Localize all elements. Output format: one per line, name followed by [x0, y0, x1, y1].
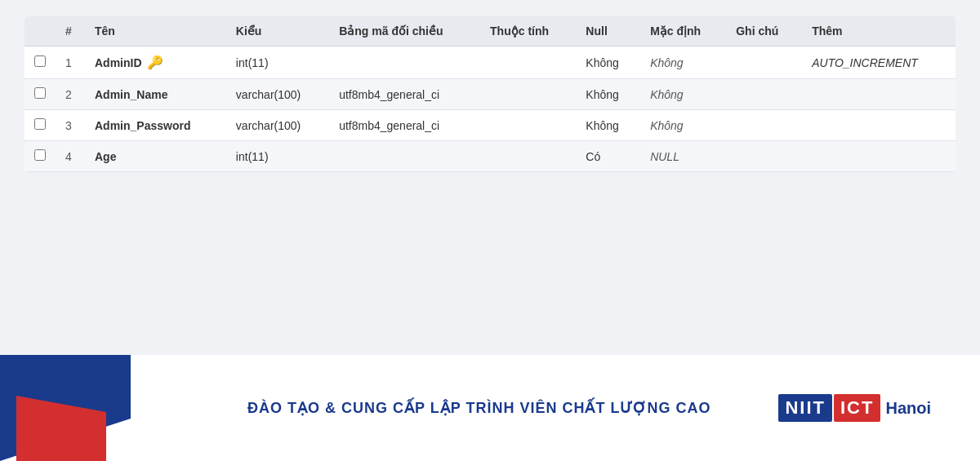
database-table: # Tên Kiểu Bảng mã đối chiều Thuộc tính … — [24, 16, 956, 172]
table-row: 4Ageint(11)CóNULL — [24, 141, 956, 172]
row-checkbox[interactable] — [34, 55, 46, 67]
logo-ict-text: ICT — [834, 394, 880, 422]
row-checkbox[interactable] — [34, 118, 46, 130]
row-ten: Admin_Password — [85, 110, 226, 141]
row-them — [802, 141, 956, 172]
row-ten: AdminID🔑 — [85, 47, 226, 79]
row-null: Có — [576, 141, 640, 172]
row-thuoc — [480, 79, 576, 110]
row-kieu: int(11) — [226, 47, 329, 79]
row-num: 1 — [56, 47, 85, 79]
row-them — [802, 110, 956, 141]
logo-niit-text: NIIT — [778, 394, 832, 422]
col-header-them: Thêm — [802, 16, 956, 47]
row-bang: utf8mb4_general_ci — [329, 79, 480, 110]
table-row: 2Admin_Namevarchar(100)utf8mb4_general_c… — [24, 79, 956, 110]
row-mac: Không — [640, 47, 726, 79]
table-wrapper: # Tên Kiểu Bảng mã đối chiều Thuộc tính … — [24, 16, 956, 172]
row-null: Không — [576, 47, 640, 79]
row-bang — [329, 141, 480, 172]
row-them — [802, 79, 956, 110]
logo-hanoi-text: Hanoi — [885, 399, 931, 418]
row-ghi — [726, 110, 802, 141]
row-mac: Không — [640, 79, 726, 110]
row-null: Không — [576, 79, 640, 110]
footer-center: ĐÀO TẠO & CUNG CẤP LẬP TRÌNH VIÊN CHẤT L… — [180, 399, 778, 417]
footer-logo: NIIT ICT Hanoi — [778, 394, 931, 422]
row-ten: Age — [85, 141, 226, 172]
col-header-num: # — [56, 16, 85, 47]
row-them: AUTO_INCREMENT — [802, 47, 956, 79]
col-header-thuoc: Thuộc tính — [480, 16, 576, 47]
row-mac: NULL — [640, 141, 726, 172]
row-checkbox[interactable] — [34, 149, 46, 161]
col-header-mac: Mặc định — [640, 16, 726, 47]
row-ghi — [726, 47, 802, 79]
main-content: # Tên Kiểu Bảng mã đối chiều Thuộc tính … — [0, 0, 980, 180]
row-num: 4 — [56, 141, 85, 172]
col-header-ten: Tên — [85, 16, 226, 47]
col-header-kieu: Kiểu — [226, 16, 329, 47]
row-kieu: int(11) — [226, 141, 329, 172]
row-thuoc — [480, 47, 576, 79]
row-null: Không — [576, 110, 640, 141]
col-header-null: Null — [576, 16, 640, 47]
row-num: 3 — [56, 110, 85, 141]
row-checkbox[interactable] — [34, 87, 46, 99]
table-header: # Tên Kiểu Bảng mã đối chiều Thuộc tính … — [24, 16, 956, 47]
row-bang — [329, 47, 480, 79]
row-kieu: varchar(100) — [226, 79, 329, 110]
row-ghi — [726, 79, 802, 110]
key-icon: 🔑 — [147, 55, 163, 70]
row-thuoc — [480, 110, 576, 141]
table-row: 1AdminID🔑int(11)KhôngKhôngAUTO_INCREMENT — [24, 47, 956, 79]
col-header-ghi: Ghi chú — [726, 16, 802, 47]
table-body: 1AdminID🔑int(11)KhôngKhôngAUTO_INCREMENT… — [24, 47, 956, 172]
row-kieu: varchar(100) — [226, 110, 329, 141]
row-ghi — [726, 141, 802, 172]
row-mac: Không — [640, 110, 726, 141]
row-thuoc — [480, 141, 576, 172]
row-checkbox-cell — [24, 110, 56, 141]
row-checkbox-cell — [24, 141, 56, 172]
col-header-bang: Bảng mã đối chiều — [329, 16, 480, 47]
row-checkbox-cell — [24, 47, 56, 79]
row-checkbox-cell — [24, 79, 56, 110]
table-row: 3Admin_Passwordvarchar(100)utf8mb4_gener… — [24, 110, 956, 141]
footer-decoration — [0, 355, 180, 461]
row-ten: Admin_Name — [85, 79, 226, 110]
footer: ĐÀO TẠO & CUNG CẤP LẬP TRÌNH VIÊN CHẤT L… — [0, 355, 980, 461]
footer-tagline: ĐÀO TẠO & CUNG CẤP LẬP TRÌNH VIÊN CHẤT L… — [180, 399, 778, 417]
col-header-checkbox — [24, 16, 56, 47]
row-bang: utf8mb4_general_ci — [329, 110, 480, 141]
row-num: 2 — [56, 79, 85, 110]
